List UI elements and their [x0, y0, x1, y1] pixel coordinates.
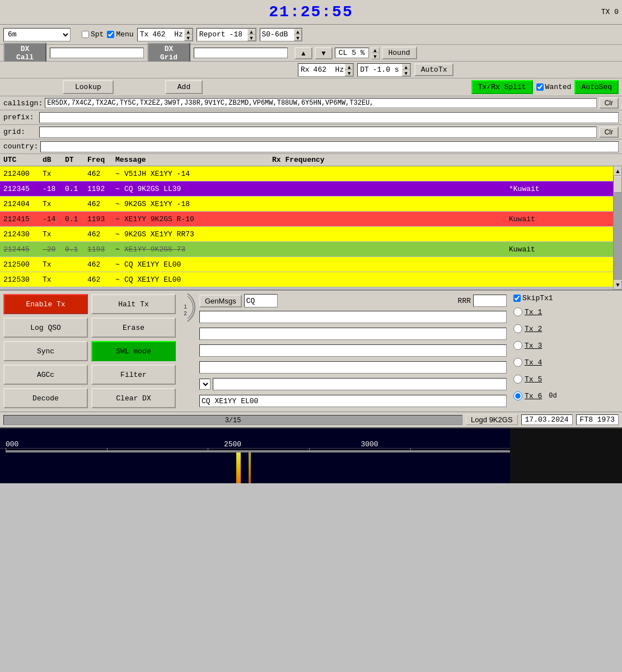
- skiptx1-checkbox[interactable]: [513, 295, 521, 302]
- tx-hz-up[interactable]: ▲: [184, 29, 193, 35]
- tx1-input[interactable]: [199, 311, 507, 323]
- skiptx1-label[interactable]: SkipTx1: [513, 294, 553, 302]
- waterfall: 000 2500 3000: [0, 427, 622, 483]
- table-row[interactable]: 212430 Tx 462 ~ 9K2GS XE1YY RR73: [0, 227, 613, 242]
- grid-clr-button[interactable]: Clr: [599, 127, 619, 138]
- txrx-split-button[interactable]: Tx/Rx Split: [471, 80, 533, 94]
- tx3-radio[interactable]: [513, 341, 522, 350]
- prefix-input[interactable]: [39, 112, 619, 123]
- dx-grid-input[interactable]: [194, 48, 288, 58]
- tx3-input[interactable]: [199, 344, 507, 357]
- table-row[interactable]: 212500 Tx 462 ~ CQ XE1YY EL00: [0, 257, 613, 272]
- agcc-button[interactable]: AGCc: [3, 365, 88, 385]
- tx-hz-input[interactable]: [151, 29, 173, 41]
- autotx-button[interactable]: AutoTx: [414, 63, 454, 76]
- swl-mode-button[interactable]: SWL mode: [91, 341, 176, 361]
- tx4-radio[interactable]: [513, 358, 522, 367]
- message-list: 212400 Tx 462 ~ V51JH XE1YY -14 212345 -…: [0, 166, 622, 287]
- tx2-radio[interactable]: [513, 324, 522, 333]
- cell-tilde: ~: [115, 276, 124, 284]
- dt-down[interactable]: ▼: [402, 70, 410, 76]
- report-down[interactable]: ▼: [247, 35, 256, 41]
- rx-hz-field[interactable]: Rx Hz ▲ ▼: [298, 63, 354, 77]
- arrow-down-btn[interactable]: ▼: [315, 47, 333, 59]
- dt-up[interactable]: ▲: [402, 64, 410, 70]
- decode-button[interactable]: Decode: [3, 388, 88, 408]
- prefix-row: prefix:: [0, 110, 622, 125]
- wanted-checkbox-label[interactable]: Wanted: [536, 83, 572, 91]
- dt-field[interactable]: DT ▲ ▼: [357, 63, 411, 77]
- grid-input[interactable]: [39, 127, 597, 138]
- dx-call-input[interactable]: [50, 48, 144, 58]
- cl-down[interactable]: ▼: [371, 53, 380, 59]
- report-field[interactable]: Report ▲ ▼: [197, 28, 256, 41]
- lookup-row: Lookup Add Tx/Rx Split Wanted AutoSeq: [0, 78, 622, 96]
- arrow-up-btn[interactable]: ▲: [294, 47, 312, 59]
- menu-checkbox[interactable]: [107, 31, 114, 38]
- logd-button[interactable]: Logd 9K2GS: [466, 414, 517, 425]
- add-button[interactable]: Add: [165, 80, 203, 94]
- gen-msgs-button[interactable]: GenMsgs: [199, 295, 242, 307]
- rx-hz-down[interactable]: ▼: [345, 70, 353, 76]
- tx5-select[interactable]: ▼: [199, 379, 211, 390]
- autoseq-button[interactable]: AutoSeq: [574, 80, 619, 94]
- lookup-button[interactable]: Lookup: [63, 80, 114, 94]
- table-row[interactable]: 212415 -14 0.1 1193 ~ XE1YY 9K2GS R-10 K…: [0, 212, 613, 227]
- table-row[interactable]: 212345 -18 0.1 1192 ~ CQ 9K2GS LL39 *Kuw…: [0, 181, 613, 197]
- tx-hz-down[interactable]: ▼: [184, 35, 193, 41]
- table-scrollbar[interactable]: ▲ ▼: [613, 166, 622, 290]
- sync-button[interactable]: Sync: [3, 341, 88, 361]
- wanted-checkbox[interactable]: [536, 83, 544, 91]
- table-row[interactable]: 212404 Tx 462 ~ 9K2GS XE1YY -18: [0, 197, 613, 212]
- skiptx-area: SkipTx1: [513, 294, 619, 302]
- country-input[interactable]: [40, 141, 619, 152]
- rx-hz-up[interactable]: ▲: [345, 64, 353, 70]
- time-display: 21:25:55: [269, 3, 353, 21]
- s0-6db-down[interactable]: ▼: [294, 35, 302, 41]
- log-qso-button[interactable]: Log QSO: [3, 318, 88, 338]
- spt-checkbox[interactable]: [82, 31, 89, 38]
- enable-tx-button[interactable]: Enable Tx: [3, 294, 88, 314]
- callsign-clr-button[interactable]: Clr: [599, 97, 619, 109]
- report-input[interactable]: [228, 29, 247, 41]
- band-select[interactable]: 6m: [3, 28, 71, 41]
- rrr-input[interactable]: [473, 295, 507, 307]
- tx2-input[interactable]: [199, 328, 507, 340]
- spt-checkbox-label[interactable]: Spt: [82, 30, 104, 39]
- dx-grid-button[interactable]: DX Grid: [147, 43, 190, 64]
- halt-tx-button[interactable]: Halt Tx: [91, 294, 176, 314]
- menu-checkbox-label[interactable]: Menu: [107, 30, 133, 39]
- tx6-radio[interactable]: [513, 391, 522, 400]
- tx-hz-field[interactable]: Tx Hz ▲ ▼: [137, 28, 193, 41]
- dt-input[interactable]: [371, 64, 402, 76]
- dx-call-button[interactable]: DX Call: [3, 43, 46, 64]
- cell-utc: 212404: [3, 200, 43, 208]
- cell-msg: XE1YY 9K2GS 73: [124, 245, 509, 254]
- s0-6db-up[interactable]: ▲: [294, 29, 302, 35]
- cq-input[interactable]: [244, 294, 278, 307]
- tx4-input[interactable]: [199, 361, 507, 374]
- s0-6db-field[interactable]: ▲ ▼: [260, 28, 303, 41]
- s0-6db-input[interactable]: [260, 29, 294, 41]
- cell-freq: 462: [87, 276, 115, 284]
- scroll-up-btn[interactable]: ▲: [614, 166, 622, 176]
- table-row[interactable]: 212445 -20 0.1 1193 ~ XE1YY 9K2GS 73 Kuw…: [0, 242, 613, 257]
- filter-button[interactable]: Filter: [91, 365, 176, 385]
- tx6-input[interactable]: [199, 395, 507, 407]
- tx5-radio[interactable]: [513, 375, 522, 384]
- table-row[interactable]: 212400 Tx 462 ~ V51JH XE1YY -14: [0, 166, 613, 181]
- clear-dx-button[interactable]: Clear DX: [91, 388, 176, 408]
- scroll-track: [614, 176, 622, 280]
- erase-button[interactable]: Erase: [91, 318, 176, 338]
- cell-msg: 9K2GS XE1YY -18: [124, 200, 509, 208]
- report-up[interactable]: ▲: [247, 29, 256, 35]
- scroll-thumb[interactable]: [614, 176, 622, 193]
- rx-hz-input[interactable]: [312, 64, 334, 76]
- scroll-down-btn[interactable]: ▼: [614, 280, 622, 290]
- tx1-radio[interactable]: [513, 307, 522, 316]
- tx5-input[interactable]: [213, 378, 507, 390]
- table-row[interactable]: 212530 Tx 462 ~ CQ XE1YY EL00: [0, 272, 613, 287]
- tx3-row: [199, 343, 507, 358]
- cl-up[interactable]: ▲: [371, 47, 380, 53]
- hound-button[interactable]: Hound: [382, 46, 417, 59]
